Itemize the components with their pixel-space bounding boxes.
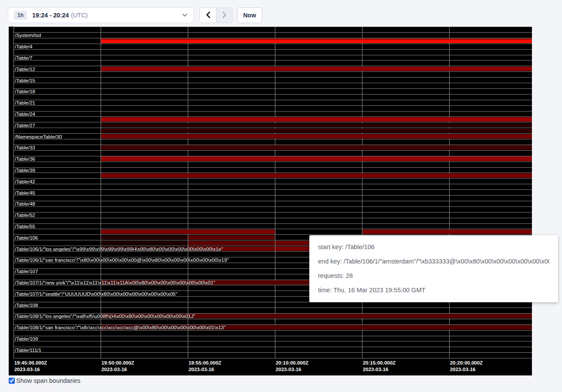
axis-tick-label: 20:15:00.000Z 2023-03-16 — [363, 360, 396, 372]
row-label: /Table/4 — [15, 44, 32, 49]
span-boundary-line — [14, 139, 532, 139]
span-boundary-line — [14, 83, 532, 83]
next-button[interactable] — [216, 8, 232, 23]
row-label: /Table/39 — [15, 168, 35, 173]
duration-badge: 1h — [14, 11, 27, 20]
prev-button[interactable] — [200, 8, 216, 23]
show-span-boundaries-label: Show span boundaries — [16, 377, 81, 384]
axis-tick-label: 20:10:00.000Z 2023-03-16 — [276, 360, 308, 372]
span-boundary-line — [14, 88, 532, 89]
span-boundary-line — [14, 347, 532, 347]
heat-band — [101, 145, 532, 150]
heat-band — [101, 156, 532, 161]
span-boundary-line — [14, 218, 532, 218]
axis-tick-label: 19:50:00.000Z 2023-03-16 — [102, 360, 134, 372]
heat-band — [101, 134, 532, 139]
span-boundary-line — [14, 49, 532, 50]
row-label: /Table/106/1/"los angeles"/"\x99\x99\x99… — [15, 247, 223, 252]
axis-tick-label: 19:55:00.000Z 2023-03-16 — [189, 360, 221, 372]
heat-band — [101, 173, 532, 178]
time-gridline — [275, 27, 275, 358]
tooltip-requests: requests: 28 — [318, 269, 549, 283]
time-gridline — [14, 27, 14, 358]
span-boundary-line — [14, 55, 532, 55]
tooltip-time: time: Thu, 16 Mar 2023 19:55:00 GMT — [318, 283, 549, 297]
row-label: /Table/7 — [15, 56, 32, 61]
tooltip-start-key: start key: /Table/106 — [318, 240, 549, 254]
span-boundary-line — [14, 223, 532, 224]
row-label: /Table/18 — [15, 89, 35, 94]
time-range-label: 19:24 - 20:24 — [32, 12, 69, 19]
x-axis: 19:45:00.000Z 2023-03-1619:50:00.000Z 20… — [9, 358, 532, 375]
span-boundary-line — [14, 111, 532, 112]
row-label: /Table/12 — [15, 67, 35, 72]
row-label: /Table/107/1/"new york"/"\x11\x11\x11\x1… — [15, 280, 215, 285]
axis-tick-label: 19:45:00.000Z 2023-03-16 — [14, 360, 47, 372]
row-label: /Table/107/1/"seattle"/"UUUUUUD\x00\x80\… — [15, 292, 177, 297]
span-boundary-line — [14, 77, 532, 78]
span-boundary-line — [14, 358, 532, 358]
row-label: /Table/106 — [15, 236, 38, 240]
heat-band — [188, 241, 275, 246]
row-label: /Table/21 — [15, 101, 35, 105]
span-boundary-line — [14, 201, 532, 201]
time-gridline — [101, 27, 101, 358]
row-label: /Table/108 — [15, 303, 38, 308]
row-label: /Table/15 — [15, 78, 35, 83]
row-label: /Table/107 — [15, 269, 38, 274]
row-label: /Table/111/1 — [15, 348, 41, 353]
row-label: /Table/106/1/"san francisco"/"\x80\x00\x… — [15, 258, 229, 263]
span-boundary-line — [14, 167, 532, 168]
key-visualizer-page: 1h 19:24 - 20:24 (UTC) Now /System/tsd/T… — [0, 0, 562, 392]
span-boundary-line — [14, 206, 532, 207]
heat-band — [101, 117, 532, 122]
heat-band — [101, 230, 275, 234]
row-label: /Table/33 — [15, 145, 35, 150]
time-gridline — [449, 27, 450, 358]
heat-band — [188, 325, 532, 330]
span-boundary-line — [14, 336, 532, 336]
heat-band — [362, 230, 532, 234]
time-gridline — [362, 27, 362, 358]
span-boundary-line — [14, 162, 532, 162]
row-label: /Table/36 — [15, 157, 35, 162]
span-boundary-line — [14, 71, 532, 72]
heat-band — [101, 123, 532, 128]
span-boundary-line — [14, 212, 532, 213]
row-label: /Table/55 — [15, 224, 35, 229]
span-boundary-line — [14, 195, 532, 196]
span-boundary-line — [14, 60, 532, 61]
row-label: /System/tsd — [15, 33, 41, 38]
row-label: /Table/108/1/"san francisco"/"\x8c\xcc\x… — [15, 325, 226, 330]
heat-band — [188, 314, 532, 318]
span-boundary-line — [14, 341, 532, 341]
row-label: /Table/24 — [15, 112, 35, 117]
row-label: /Table/52 — [15, 213, 35, 218]
heat-band — [101, 38, 532, 43]
row-label: /Table/42 — [15, 179, 35, 184]
heat-band — [101, 235, 188, 240]
span-boundary-line — [14, 184, 532, 184]
row-label: /NamespaceTable/30 — [15, 135, 62, 139]
time-window-nav — [200, 7, 233, 23]
chevron-down-icon — [182, 14, 187, 17]
span-boundary-line — [14, 32, 532, 33]
span-boundary-line — [14, 44, 532, 44]
chevron-right-icon — [222, 11, 227, 20]
heat-band — [101, 67, 532, 71]
span-boundary-line — [14, 308, 532, 308]
time-gridline — [188, 27, 188, 358]
heat-band — [101, 128, 532, 133]
plot-area[interactable]: /System/tsd/Table/4/Table/7/Table/12/Tab… — [9, 27, 532, 358]
chevron-left-icon — [206, 11, 210, 20]
span-boundary-line — [14, 178, 532, 179]
time-range-dropdown[interactable]: 1h 19:24 - 20:24 (UTC) — [8, 7, 194, 23]
row-label: /Table/109 — [15, 337, 38, 341]
span-boundary-line — [14, 352, 532, 353]
show-span-boundaries-checkbox[interactable] — [9, 378, 15, 384]
row-label: /Table/48 — [15, 202, 35, 206]
span-boundary-line — [14, 94, 532, 95]
now-button[interactable]: Now — [237, 7, 262, 23]
axis-tick-label: 20:20:00.000Z 2023-03-16 — [450, 360, 483, 372]
heat-band — [101, 241, 188, 246]
